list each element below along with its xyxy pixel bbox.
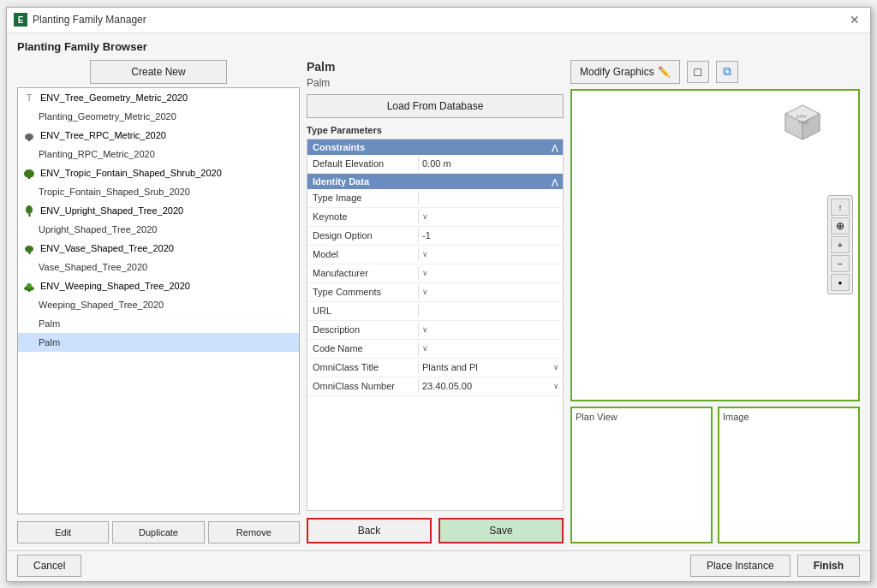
family-name: ENV_Tree_RPC_Metric_2020: [40, 130, 166, 140]
dropdown-icon: ∨: [553, 363, 559, 371]
list-item[interactable]: T ENV_Tree_Geometry_Metric_2020: [18, 88, 299, 107]
param-row-type-comments[interactable]: Type Comments ∨: [307, 283, 563, 302]
dropdown-icon: ∨: [422, 250, 428, 258]
list-item[interactable]: Palm: [18, 314, 299, 333]
param-name: Description: [307, 323, 419, 336]
svg-rect-5: [29, 214, 31, 217]
param-value: ∨: [419, 324, 563, 336]
shrub-icon2: [21, 165, 37, 181]
param-row-model[interactable]: Model ∨: [307, 246, 563, 264]
list-item[interactable]: ENV_Tree_RPC_Metric_2020: [18, 126, 299, 145]
list-item[interactable]: Planting_Geometry_Metric_2020: [18, 107, 299, 126]
list-item[interactable]: ENV_Vase_Shaped_Tree_2020: [18, 239, 299, 258]
svg-point-4: [26, 205, 33, 214]
constraints-header: Constraints: [307, 140, 563, 155]
left-panel: Create New T ENV_Tree_Geometry_Metric_20…: [17, 60, 300, 543]
shrub-icon: [21, 128, 37, 143]
list-item[interactable]: Weeping_Shaped_Tree_2020: [18, 295, 299, 314]
place-instance-button[interactable]: Place Instance: [690, 555, 790, 577]
param-name: OmniClass Number: [307, 379, 419, 393]
titlebar-left: E Planting Family Manager: [14, 13, 146, 27]
nav-up-button[interactable]: ↑: [831, 199, 850, 216]
list-item[interactable]: Planting_RPC_Metric_2020: [18, 145, 299, 163]
dropdown-icon: ∨: [553, 382, 559, 390]
dropdown-icon: ∨: [422, 269, 428, 277]
param-row-code-name[interactable]: Code Name ∨: [307, 340, 563, 359]
param-row-keynote[interactable]: Keynote ∨: [307, 208, 563, 227]
param-value: 23.40.05.00 ∨: [419, 379, 563, 393]
family-header: Palm: [307, 60, 564, 74]
list-item-selected[interactable]: Palm: [18, 333, 299, 352]
save-button[interactable]: Save: [438, 518, 564, 543]
family-subheader: Palm: [307, 77, 564, 89]
home-icon: ⊕: [836, 220, 844, 232]
constraints-collapse[interactable]: [552, 142, 558, 152]
nav-zoom-out-button[interactable]: −: [831, 255, 850, 272]
back-button[interactable]: Back: [307, 518, 432, 543]
main-content: Create New T ENV_Tree_Geometry_Metric_20…: [17, 60, 860, 543]
identity-collapse[interactable]: [552, 176, 558, 187]
param-name: Design Option: [307, 229, 419, 242]
list-item[interactable]: Upright_Shaped_Tree_2020: [18, 220, 299, 239]
identity-header: Identity Data: [307, 174, 563, 189]
svg-rect-3: [28, 177, 30, 179]
param-row-typeimage: Type Image: [307, 189, 563, 208]
right-header: Modify Graphics ✏️ □ ⧉: [570, 60, 860, 84]
finish-button[interactable]: Finish: [797, 555, 860, 577]
close-button[interactable]: ✕: [846, 11, 863, 28]
dropdown-icon: ∨: [422, 212, 428, 221]
app-icon: E: [14, 13, 27, 27]
nav-home-button[interactable]: ⊕: [831, 217, 850, 235]
param-value: ∨: [419, 267, 563, 279]
list-item[interactable]: Vase_Shaped_Tree_2020: [18, 258, 299, 276]
param-name: Code Name: [307, 342, 419, 355]
param-row-manufacturer[interactable]: Manufacturer ∨: [307, 264, 563, 283]
param-value: [419, 309, 563, 312]
tree-icon: T: [21, 90, 37, 105]
duplicate-button[interactable]: Duplicate: [112, 521, 204, 543]
param-name: Type Comments: [307, 285, 419, 299]
footer-left: Cancel: [17, 555, 81, 577]
param-row-design: Design Option -1: [307, 227, 563, 246]
list-item[interactable]: ENV_Upright_Shaped_Tree_2020: [18, 201, 299, 220]
plan-view-label: Plan View: [576, 412, 617, 422]
list-item[interactable]: Tropic_Fontain_Shaped_Srub_2020: [18, 182, 299, 201]
copy-icon: ⧉: [723, 64, 731, 79]
square-icon: □: [694, 65, 701, 79]
nav-zoom-in-button[interactable]: +: [831, 236, 850, 253]
list-item[interactable]: ENV_Tropic_Fontain_Shaped_Shrub_2020: [18, 163, 299, 182]
edit-button[interactable]: Edit: [17, 521, 109, 543]
param-value: ∨: [419, 211, 563, 223]
tree-icon3: [21, 241, 37, 256]
param-row-omniclass-title[interactable]: OmniClass Title Plants and Pl ∨: [307, 359, 563, 377]
load-database-button[interactable]: Load From Database: [307, 94, 564, 118]
svg-text:ENV: ENV: [796, 114, 807, 119]
dropdown-icon: ∨: [422, 344, 428, 353]
list-item[interactable]: ENV_Weeping_Shaped_Tree_2020: [18, 276, 299, 295]
svg-point-6: [25, 246, 33, 252]
family-name: Vase_Shaped_Tree_2020: [39, 262, 147, 272]
param-row-elevation: Default Elevation 0.00 m: [307, 155, 563, 174]
remove-button[interactable]: Remove: [208, 521, 300, 543]
plan-view-box: Plan View: [570, 407, 713, 543]
titlebar: E Planting Family Manager ✕: [7, 8, 870, 33]
constraints-label: Constraints: [313, 142, 365, 152]
view-toggle-button-2[interactable]: ⧉: [716, 61, 738, 83]
create-new-button[interactable]: Create New: [90, 60, 227, 84]
svg-rect-1: [28, 139, 30, 141]
nav-dot-button[interactable]: ●: [831, 274, 850, 291]
param-row-omniclass-number[interactable]: OmniClass Number 23.40.05.00 ∨: [307, 377, 563, 396]
cancel-button[interactable]: Cancel: [17, 555, 81, 577]
preview-area: ENV TREE ↑ ⊕ +: [570, 89, 860, 401]
right-panel: Modify Graphics ✏️ □ ⧉: [570, 60, 860, 543]
family-list[interactable]: T ENV_Tree_Geometry_Metric_2020 Planting…: [17, 87, 300, 514]
param-name: Keynote: [307, 210, 419, 223]
view-toggle-button-1[interactable]: □: [687, 61, 709, 83]
param-row-description[interactable]: Description ∨: [307, 321, 563, 340]
family-name-selected: Palm: [39, 337, 60, 347]
titlebar-title: Planting Family Manager: [33, 14, 146, 26]
bottom-buttons: Edit Duplicate Remove: [17, 521, 300, 543]
modify-graphics-button[interactable]: Modify Graphics ✏️: [570, 60, 680, 84]
family-name: Weeping_Shaped_Tree_2020: [39, 300, 164, 310]
family-name: Planting_Geometry_Metric_2020: [39, 111, 176, 122]
